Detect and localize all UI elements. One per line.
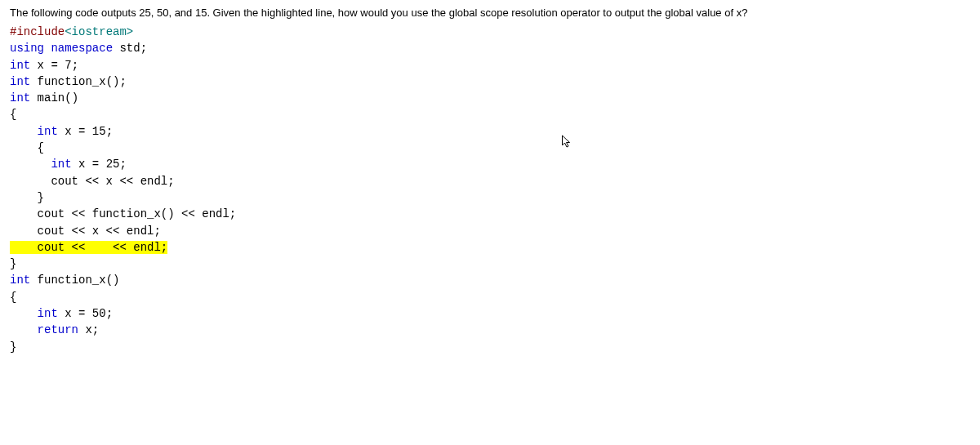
highlighted-line: cout << << endl; bbox=[10, 241, 167, 254]
code-text: } bbox=[10, 191, 44, 204]
code-text: function_x(); bbox=[30, 75, 127, 88]
code-text bbox=[10, 125, 38, 138]
keyword-return: return bbox=[38, 323, 78, 336]
keyword-int: int bbox=[10, 91, 30, 105]
code-text: cout << x << endl; bbox=[10, 225, 161, 238]
code-text bbox=[10, 307, 38, 320]
code-text: x = 15; bbox=[58, 125, 113, 138]
preprocessor-directive: #include bbox=[10, 25, 65, 38]
keyword-int: int bbox=[38, 125, 58, 138]
keyword-int: int bbox=[10, 75, 30, 88]
code-text: cout << x << endl; bbox=[10, 175, 175, 188]
code-text: function_x() bbox=[30, 274, 119, 287]
code-text: x; bbox=[78, 323, 99, 336]
code-text: x = 25; bbox=[72, 158, 127, 171]
code-text: { bbox=[10, 108, 16, 121]
code-text: { bbox=[10, 141, 44, 154]
code-text: } bbox=[10, 257, 16, 270]
code-text: } bbox=[10, 340, 16, 354]
question-text: The following code outputs 25, 50, and 1… bbox=[10, 7, 970, 19]
code-text: std; bbox=[113, 42, 147, 55]
code-text bbox=[10, 158, 51, 171]
code-text bbox=[10, 323, 38, 336]
code-text: x = 50; bbox=[58, 307, 113, 320]
mouse-cursor-icon bbox=[561, 135, 572, 152]
include-header: <iostream> bbox=[65, 25, 133, 38]
keyword-int: int bbox=[38, 307, 58, 320]
code-text: x = 7; bbox=[30, 59, 78, 72]
keyword-int: int bbox=[51, 158, 71, 171]
code-text: main() bbox=[30, 91, 78, 105]
code-text: cout << function_x() << endl; bbox=[10, 207, 236, 220]
code-block: #include<iostream> using namespace std; … bbox=[10, 24, 970, 355]
keyword-int: int bbox=[10, 274, 30, 287]
keyword-using: using bbox=[10, 42, 44, 55]
keyword-namespace: namespace bbox=[51, 42, 113, 55]
code-text: { bbox=[10, 291, 16, 304]
keyword-int: int bbox=[10, 59, 30, 72]
